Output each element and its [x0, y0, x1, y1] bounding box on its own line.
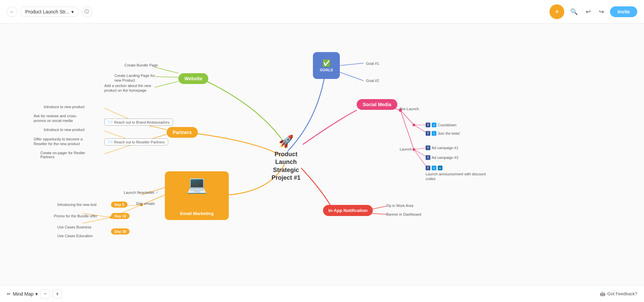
- facebook-icon: f: [426, 123, 430, 127]
- center-node: 🚀 Product Launch Strategic Project #1: [266, 134, 306, 182]
- info-button[interactable]: ⓘ: [81, 6, 92, 17]
- drip-tag-1: Day 5: [111, 202, 128, 208]
- svg-line-32: [414, 149, 427, 168]
- feedback-label: Got Feedback?: [607, 291, 637, 296]
- email-label: Email Marketing: [180, 211, 214, 216]
- inapp-item-2: Banner in Dashboard: [386, 212, 421, 216]
- reseller-item-1: Introduce to new product: [44, 128, 84, 132]
- redo-button[interactable]: ↪: [597, 6, 606, 17]
- sm-ad2: f Ad campaign #2: [426, 155, 459, 160]
- facebook-icon: f: [426, 155, 430, 160]
- sm-countdown: f t Countdown: [426, 123, 457, 127]
- bottom-toolbar: ✂ Mind Map ▾ − + 🤖 Got Feedback?: [0, 285, 644, 302]
- bottom-left: ✂ Mind Map ▾ − +: [7, 289, 62, 299]
- svg-line-27: [414, 125, 427, 133]
- reseller-item-3: Create on-pager for Resller Partners: [40, 151, 93, 159]
- partners-label: Partners: [173, 130, 192, 135]
- facebook-icon: f: [426, 131, 430, 136]
- sm-ad1: f Ad campaign #1: [426, 145, 459, 150]
- zoom-in-button[interactable]: +: [52, 289, 62, 299]
- mindmap-label: Mind Map: [13, 291, 33, 297]
- header-left: ← Product Launch Str... ▾ ⓘ: [7, 6, 92, 17]
- chevron-down-icon: ▾: [35, 291, 38, 297]
- email-marketing-node[interactable]: 💻 Email Marketing: [165, 171, 229, 220]
- inapp-label: In-App Notification: [328, 208, 367, 213]
- launch-newsletter-text: Launch Newsletter ✓: [124, 190, 159, 195]
- website-item-1: Create Bundle Page: [124, 63, 158, 67]
- zoom-out-button[interactable]: −: [40, 289, 50, 299]
- sm-beta: f t Join the beta!: [426, 131, 460, 136]
- goal2-text: Goal #2: [366, 79, 379, 83]
- svg-line-28: [400, 110, 414, 149]
- svg-line-31: [414, 149, 427, 157]
- brand-item-2: Ask for reviews and cross-promos on soci…: [34, 114, 87, 123]
- twitter-icon: t: [432, 123, 436, 127]
- drip-item-3-label: Use Cases Business: [57, 225, 92, 229]
- undo-button[interactable]: ↩: [584, 6, 593, 17]
- feedback-button[interactable]: 🤖 Got Feedback?: [600, 291, 637, 296]
- drip-emails-text: Drip emails: [136, 202, 155, 206]
- search-button[interactable]: 🔍: [568, 6, 580, 17]
- goals-icon: ✅: [322, 59, 331, 67]
- goal1-text: Goal #1: [366, 61, 379, 66]
- scissors-icon: ✂: [7, 291, 11, 297]
- header: ← Product Launch Str... ▾ ⓘ + 🔍 ↩ ↪ Invi…: [0, 0, 644, 24]
- svg-line-30: [414, 148, 427, 149]
- invite-button[interactable]: Invite: [610, 6, 637, 17]
- center-title: Product Launch Strategic Project #1: [266, 150, 306, 182]
- website-node[interactable]: Website: [178, 73, 208, 84]
- website-item-3: Add a section about the new product on t…: [104, 83, 153, 93]
- pre-launch-label: Pre-Launch: [400, 107, 419, 111]
- partners-node[interactable]: Partners: [167, 127, 198, 138]
- project-title-text: Product Launch Str...: [25, 9, 69, 14]
- add-button[interactable]: +: [549, 4, 564, 19]
- inapp-item-1: Tip in Work Area: [386, 204, 414, 208]
- back-button[interactable]: ←: [7, 6, 17, 17]
- linkedin-icon: in: [438, 166, 442, 170]
- project-title-button[interactable]: Product Launch Str... ▾: [20, 7, 79, 17]
- svg-line-24: [400, 110, 414, 125]
- social-media-node[interactable]: Social Media: [357, 99, 397, 110]
- drip-item-1-label: Introducing the new tool: [57, 203, 97, 207]
- header-right: + 🔍 ↩ ↪ Invite: [549, 4, 637, 19]
- twitter-icon: t: [432, 166, 436, 170]
- drip-item-4-label: Use Cases Education: [57, 234, 93, 238]
- sm-announcement: f t in Launch announcement with discount…: [426, 166, 493, 181]
- website-label: Website: [184, 76, 202, 81]
- twitter-icon: t: [432, 131, 436, 136]
- feedback-icon: 🤖: [600, 291, 605, 296]
- reseller-icon: ✉️: [108, 140, 113, 144]
- goals-label: GOALS: [320, 68, 333, 72]
- reseller-item-2: Offer opportunity to become a Reseller f…: [34, 137, 86, 146]
- svg-line-0: [340, 63, 363, 66]
- svg-line-21: [82, 217, 111, 223]
- svg-line-2: [155, 67, 178, 73]
- brand-ambassador-icon: ✉️: [108, 120, 113, 124]
- svg-line-4: [155, 81, 178, 87]
- inapp-node[interactable]: In-App Notification: [323, 205, 373, 216]
- svg-line-1: [340, 72, 363, 81]
- mindmap-mode-button[interactable]: ✂ Mind Map ▾: [7, 291, 38, 297]
- brand-ambassador-box: ✉️ Reach out to Brand Ambassadors: [104, 119, 173, 126]
- goals-node[interactable]: ✅ GOALS: [313, 52, 340, 79]
- facebook-icon: f: [426, 145, 430, 150]
- rocket-icon: 🚀: [266, 134, 306, 148]
- svg-line-3: [155, 77, 178, 77]
- drip-tag-2: Day 12: [111, 213, 130, 219]
- mindmap-canvas[interactable]: 🚀 Product Launch Strategic Project #1 ✅ …: [0, 24, 644, 285]
- drip-item-2-label: Promo for the Bundle offer: [54, 214, 97, 218]
- chevron-down-icon: ▾: [71, 9, 74, 14]
- reseller-box: ✉️ Reach out to Reseller Partners: [104, 138, 168, 145]
- brand-item-1: Introduce to new product: [44, 105, 84, 109]
- drip-tag-3: Day 30: [111, 228, 130, 234]
- social-media-label: Social Media: [363, 102, 391, 107]
- website-item-2: Create Landing Page for new Product: [114, 73, 158, 83]
- launch-label: Launch: [400, 147, 412, 151]
- facebook-icon: f: [426, 166, 430, 170]
